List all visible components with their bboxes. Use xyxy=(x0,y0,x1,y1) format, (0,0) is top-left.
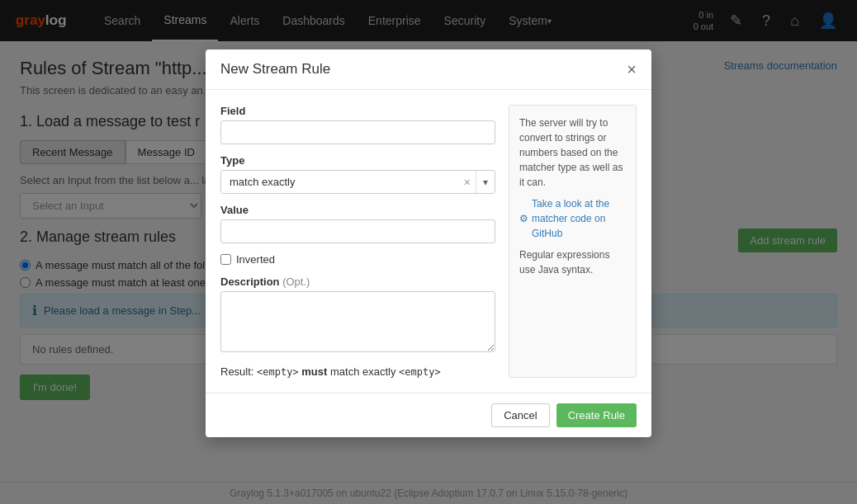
cancel-button[interactable]: Cancel xyxy=(491,403,549,427)
value-input[interactable] xyxy=(220,219,495,243)
type-select-clear-icon[interactable]: × xyxy=(459,176,476,189)
field-input[interactable] xyxy=(220,120,495,144)
result-line: Result: <empty> must match exactly <empt… xyxy=(220,365,495,378)
result-match: match exactly xyxy=(330,365,395,378)
modal-form: Field Type match exactly × ▾ Value xyxy=(220,105,495,378)
modal-overlay: New Stream Rule × Field Type match exact… xyxy=(0,0,857,504)
inverted-checkbox[interactable] xyxy=(220,254,231,265)
field-label: Field xyxy=(220,105,495,117)
type-select-wrapper[interactable]: match exactly × ▾ xyxy=(220,170,495,194)
type-group: Type match exactly × ▾ xyxy=(220,154,495,194)
result-empty1: <empty> xyxy=(257,366,299,378)
value-label: Value xyxy=(220,204,495,216)
info-panel: The server will try to convert to string… xyxy=(509,105,637,378)
description-label: Description (Opt.) xyxy=(220,276,495,288)
type-select-arrow-icon[interactable]: ▾ xyxy=(476,171,495,193)
type-label: Type xyxy=(220,154,495,167)
value-group: Value xyxy=(220,204,495,243)
description-group: Description (Opt.) xyxy=(220,276,495,352)
inverted-row: Inverted xyxy=(220,253,495,266)
field-group: Field xyxy=(220,105,495,144)
github-link-text: Take a look at the matcher code on GitHu… xyxy=(532,196,626,241)
create-rule-button[interactable]: Create Rule xyxy=(556,403,637,427)
modal-close-button[interactable]: × xyxy=(627,61,637,78)
info-panel-text: The server will try to convert to string… xyxy=(519,115,626,190)
regex-note: Regular expressions use Java syntax. xyxy=(519,247,626,277)
inverted-label: Inverted xyxy=(236,253,275,266)
modal-header: New Stream Rule × xyxy=(206,49,651,90)
github-icon: ⚙ xyxy=(519,211,528,226)
type-select-value: match exactly xyxy=(221,171,459,193)
modal-body: Field Type match exactly × ▾ Value xyxy=(206,90,651,393)
modal-footer: Cancel Create Rule xyxy=(206,393,651,437)
result-empty2: <empty> xyxy=(399,366,441,378)
description-textarea[interactable] xyxy=(220,291,495,352)
modal-title: New Stream Rule xyxy=(220,61,330,78)
result-must: must xyxy=(301,365,330,378)
result-prefix: Result: xyxy=(220,365,253,378)
github-link[interactable]: ⚙ Take a look at the matcher code on Git… xyxy=(519,196,626,241)
new-stream-rule-modal: New Stream Rule × Field Type match exact… xyxy=(206,49,651,437)
